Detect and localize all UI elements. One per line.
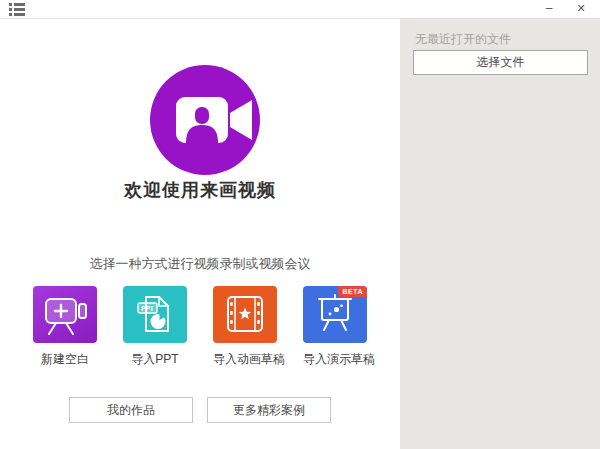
tile-label: 导入PPT — [123, 351, 187, 368]
filmstrip-star-icon — [213, 286, 277, 343]
camera-plus-icon — [33, 286, 97, 343]
mode-tiles: 新建空白 PPT 导入PPT — [0, 286, 400, 368]
beta-badge: BETA — [338, 286, 367, 297]
tile-label: 导入演示草稿 — [303, 351, 367, 368]
tile-import-animation-draft[interactable]: 导入动画草稿 — [213, 286, 277, 368]
no-recent-files-text: 无最近打开的文件 — [415, 31, 511, 48]
more-examples-button[interactable]: 更多精彩案例 — [207, 397, 331, 423]
hamburger-menu-icon[interactable] — [9, 3, 25, 16]
ppt-document-icon: PPT — [123, 286, 187, 343]
tile-new-blank[interactable]: 新建空白 — [33, 286, 97, 368]
choose-file-button[interactable]: 选择文件 — [413, 50, 588, 75]
mode-select-subtitle: 选择一种方式进行视频录制或视频会议 — [0, 255, 400, 273]
main-area: 欢迎使用来画视频 选择一种方式进行视频录制或视频会议 新建空白 PPT — [0, 20, 400, 449]
video-camera-icon — [150, 65, 260, 175]
bottom-buttons: 我的作品 更多精彩案例 — [0, 397, 400, 423]
welcome-title: 欢迎使用来画视频 — [0, 178, 400, 202]
recent-files-sidebar: 无最近打开的文件 选择文件 — [400, 19, 600, 449]
close-button[interactable]: ✕ — [566, 0, 596, 19]
app-logo — [150, 65, 260, 175]
minimize-button[interactable]: – — [534, 0, 564, 19]
tile-import-ppt[interactable]: PPT 导入PPT — [123, 286, 187, 368]
title-bar: – ✕ — [0, 0, 600, 19]
tile-import-presentation-draft[interactable]: BETA 导入演示草稿 — [303, 286, 367, 368]
svg-text:PPT: PPT — [141, 305, 154, 312]
tile-label: 新建空白 — [33, 351, 97, 368]
tile-label: 导入动画草稿 — [213, 351, 277, 368]
my-works-button[interactable]: 我的作品 — [69, 397, 193, 423]
